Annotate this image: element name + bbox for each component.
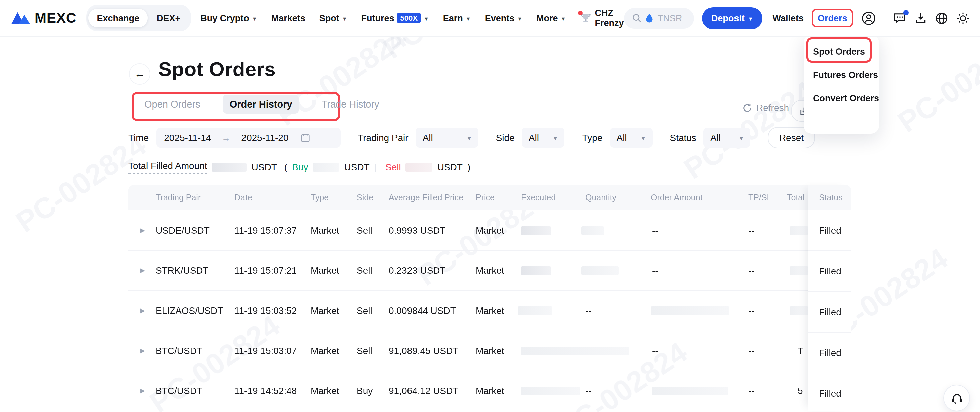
cell-avg-price: 91,089.45 USDT [389, 331, 458, 371]
cell-price: Market [476, 371, 504, 410]
col-order-amount: Order Amount [651, 185, 703, 210]
cell-type: Market [311, 291, 339, 331]
chevron-down-icon: ▼ [342, 16, 347, 22]
col-trading-pair: Trading Pair [156, 185, 201, 210]
nav-futures-label: Futures [361, 13, 395, 23]
trading-pair-select[interactable]: All▼ [416, 127, 479, 148]
col-tpsl: TP/SL [748, 185, 772, 210]
status-value: All [710, 132, 721, 143]
mexc-logo[interactable]: MEXC [11, 10, 76, 26]
deposit-button[interactable]: Deposit ▼ [702, 7, 762, 29]
cell-order-amount: -- [652, 331, 659, 371]
expand-row-button[interactable]: ▶ [140, 331, 145, 371]
redacted-total [790, 226, 808, 235]
cell-avg-price: 0.2323 USDT [389, 250, 445, 291]
toggle-exchange[interactable]: Exchange [88, 9, 148, 27]
type-select[interactable]: All▼ [609, 127, 652, 148]
chevron-down-icon: ▼ [748, 16, 753, 22]
cell-order-amount: -- [652, 250, 659, 291]
tab-trade-history[interactable]: Trade History [315, 95, 386, 113]
download-app-button[interactable] [915, 12, 927, 24]
cell-pair: ELIZAOS/USDT [156, 291, 223, 331]
theme-button[interactable] [957, 12, 969, 24]
tab-order-history[interactable]: Order History [223, 95, 299, 113]
order-history-table: Trading Pair Date Type Side Average Fill… [128, 185, 851, 412]
table-row: ▶ BTC/USDT 11-19 14:52:48 Market Buy 91,… [128, 371, 851, 411]
account-button[interactable] [862, 11, 876, 25]
total-filled-summary: Total Filled Amount USDT ( Buy USDT | Se… [128, 160, 470, 173]
cell-side: Buy [357, 371, 373, 410]
expand-row-button[interactable]: ▶ [140, 291, 145, 331]
redacted-quantity [581, 266, 619, 275]
download-icon [915, 12, 927, 24]
cell-type: Market [311, 250, 339, 291]
menu-item-spot-orders[interactable]: Spot Orders [803, 40, 879, 64]
nav-spot[interactable]: Spot▼ [319, 13, 347, 23]
tab-open-orders[interactable]: Open Orders [138, 95, 207, 113]
type-value: All [616, 132, 627, 143]
col-side: Side [357, 185, 374, 210]
paren-close: ) [467, 162, 470, 172]
cell-date: 11-19 14:52:48 [234, 371, 297, 410]
redacted-quantity [581, 226, 604, 235]
refresh-icon [742, 102, 752, 113]
promo-chz-frenzy[interactable]: CHZ Frenzy [580, 8, 624, 28]
nav-spot-label: Spot [319, 13, 339, 23]
refresh-button[interactable]: Refresh [742, 102, 789, 113]
date-range-input[interactable]: 2025-11-14 → 2025-11-20 [156, 127, 340, 148]
filters-bar: Time 2025-11-14 → 2025-11-20 Trading Pai… [128, 127, 815, 148]
paren-open: ( [284, 162, 287, 172]
nav-more[interactable]: More▼ [536, 13, 566, 23]
arrow-right-icon: → [222, 132, 231, 143]
wallets-link[interactable]: Wallets [773, 13, 804, 23]
cell-tpsl: -- [748, 250, 754, 291]
cell-side: Sell [357, 210, 372, 250]
menu-item-futures-orders[interactable]: Futures Orders [803, 64, 879, 87]
expand-row-button[interactable]: ▶ [140, 210, 145, 250]
toggle-dex[interactable]: DEX+ [148, 9, 189, 27]
table-row: ▶ ELIZAOS/USDT 11-19 15:03:52 Market Sel… [128, 291, 851, 331]
redacted-executed [518, 307, 552, 315]
cell-tpsl: -- [748, 210, 754, 250]
cell-tpsl: -- [748, 371, 754, 410]
customer-support-button[interactable] [943, 385, 970, 411]
user-avatar-icon [862, 11, 876, 25]
orders-link[interactable]: Orders [818, 13, 847, 23]
cell-total-peek: 5 [798, 371, 803, 410]
redacted-executed [521, 387, 580, 395]
nav-buy-crypto[interactable]: Buy Crypto▼ [200, 13, 257, 23]
menu-item-convert-orders[interactable]: Convert Orders [803, 87, 879, 110]
hot-token-icon [646, 13, 654, 23]
status-select[interactable]: All▼ [704, 127, 751, 148]
nav-futures[interactable]: Futures500X▼ [361, 13, 429, 23]
messages-button[interactable] [893, 12, 906, 24]
nav-events[interactable]: Events▼ [485, 13, 522, 23]
expand-row-button[interactable]: ▶ [140, 250, 145, 291]
table-header-row: Trading Pair Date Type Side Average Fill… [128, 185, 851, 210]
sell-currency: USDT [437, 162, 463, 172]
nav-markets[interactable]: Markets [271, 13, 305, 23]
back-button[interactable]: ← [129, 64, 150, 85]
top-navbar: MEXC Exchange DEX+ Buy Crypto▼ Markets S… [0, 0, 980, 37]
chevron-down-icon: ▼ [252, 16, 257, 22]
promo-label: CHZ Frenzy [595, 8, 624, 28]
header-divider [884, 12, 885, 24]
cell-price: Market [476, 331, 504, 371]
language-button[interactable] [935, 12, 948, 24]
type-label: Type [582, 132, 603, 143]
futures-500x-badge: 500X [397, 13, 421, 23]
status-badge: Filled [808, 251, 851, 292]
summary-divider: | [374, 162, 377, 172]
mexc-logo-icon [11, 10, 31, 26]
mexc-logo-text: MEXC [35, 10, 76, 26]
cell-type: Market [311, 331, 339, 371]
col-status: Status [808, 185, 851, 210]
nav-events-label: Events [485, 13, 515, 23]
nav-earn[interactable]: Earn▼ [443, 13, 471, 23]
search-input[interactable]: TNSR [624, 8, 694, 29]
side-select[interactable]: All▼ [522, 127, 565, 148]
side-label: Side [496, 132, 515, 143]
cell-price: Market [476, 250, 504, 291]
expand-row-button[interactable]: ▶ [140, 371, 145, 410]
chevron-down-icon: ▼ [423, 16, 429, 22]
